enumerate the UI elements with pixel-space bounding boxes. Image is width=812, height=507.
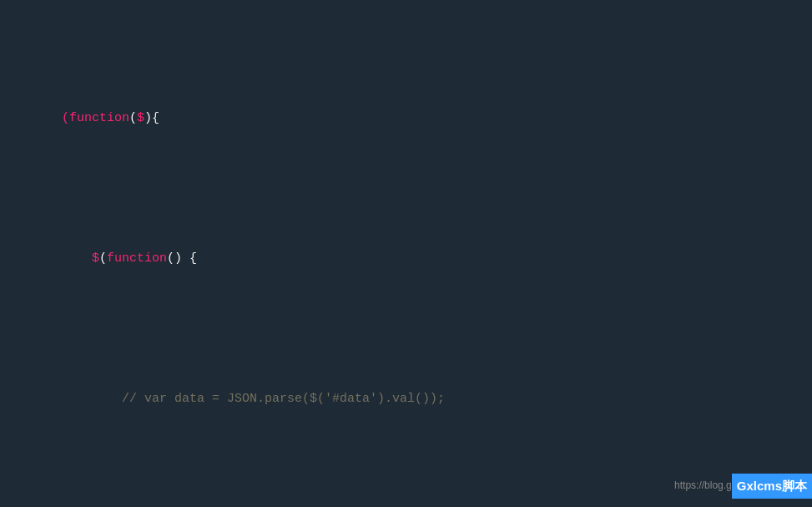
token: (function bbox=[62, 111, 129, 125]
token: // var data = JSON.parse($('#data').val(… bbox=[122, 392, 445, 406]
code-line-1: (function($){ bbox=[0, 89, 812, 149]
brand-url: https://blog.g bbox=[674, 478, 732, 494]
token: $ bbox=[137, 111, 144, 125]
brand-watermark: https://blog.g Gxlcms脚本 bbox=[671, 474, 812, 499]
token: ( bbox=[99, 251, 107, 266]
token: ( bbox=[129, 111, 137, 125]
token: ){ bbox=[144, 111, 159, 125]
token: () { bbox=[167, 251, 197, 266]
brand-text: Gxlcms脚本 bbox=[732, 474, 812, 499]
token: function bbox=[107, 251, 167, 266]
token: $ bbox=[92, 251, 99, 266]
code-line-2: $(function() { bbox=[0, 229, 812, 289]
code-line-3: // var data = JSON.parse($('#data').val(… bbox=[0, 369, 812, 429]
code-editor: (function($){ $(function() { // var data… bbox=[0, 0, 812, 507]
